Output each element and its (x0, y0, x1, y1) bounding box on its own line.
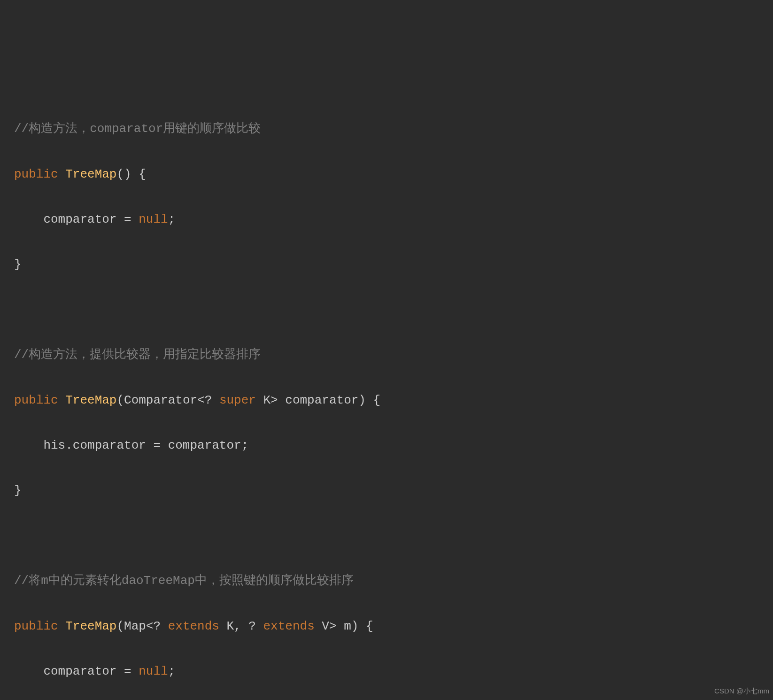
code-line: comparator = null; (14, 660, 759, 683)
code-text: ; (168, 664, 176, 678)
watermark-text: CSDN @小七mm (714, 684, 769, 698)
keyword-null: null (139, 664, 168, 678)
keyword-extends: extends (168, 619, 219, 633)
code-text: K, ? (219, 619, 263, 633)
code-line (14, 524, 759, 547)
keyword-public: public (14, 619, 58, 633)
code-line: public TreeMap(Comparator<? super K> com… (14, 389, 759, 412)
code-text: comparator = (14, 664, 139, 678)
code-text: } (14, 483, 22, 498)
code-editor: //构造方法，comparator用键的顺序做比较 public TreeMap… (14, 95, 759, 700)
code-text: his.comparator = comparator; (14, 438, 248, 452)
method-name: TreeMap (65, 167, 116, 181)
code-line: //构造方法，comparator用键的顺序做比较 (14, 117, 759, 140)
code-line: his.comparator = comparator; (14, 434, 759, 457)
code-text: K> comparator) { (256, 393, 380, 407)
code-line: public TreeMap(Map<? extends K, ? extend… (14, 615, 759, 638)
method-name: TreeMap (65, 619, 116, 633)
code-text: (Map<? (116, 619, 168, 633)
keyword-public: public (14, 167, 58, 181)
code-text: } (14, 257, 22, 272)
code-text: comparator = (14, 212, 139, 226)
keyword-super: super (219, 393, 256, 407)
keyword-extends: extends (263, 619, 315, 633)
code-text: (Comparator<? (116, 393, 219, 407)
code-line: } (14, 253, 759, 276)
code-line: comparator = null; (14, 208, 759, 231)
comment-text: //将m中的元素转化daoTreeMap中，按照键的顺序做比较排序 (14, 574, 354, 588)
method-name: TreeMap (65, 393, 116, 407)
keyword-null: null (139, 212, 168, 226)
code-text: V> m) { (315, 619, 373, 633)
comment-text: //构造方法，comparator用键的顺序做比较 (14, 122, 261, 136)
code-text: () { (116, 167, 146, 181)
code-line: } (14, 479, 759, 502)
code-line: //构造方法，提供比较器，用指定比较器排序 (14, 343, 759, 366)
keyword-public: public (14, 393, 58, 407)
code-line (14, 298, 759, 321)
code-text: ; (168, 212, 176, 226)
comment-text: //构造方法，提供比较器，用指定比较器排序 (14, 348, 261, 362)
code-line: public TreeMap() { (14, 163, 759, 186)
code-line: //将m中的元素转化daoTreeMap中，按照键的顺序做比较排序 (14, 569, 759, 592)
